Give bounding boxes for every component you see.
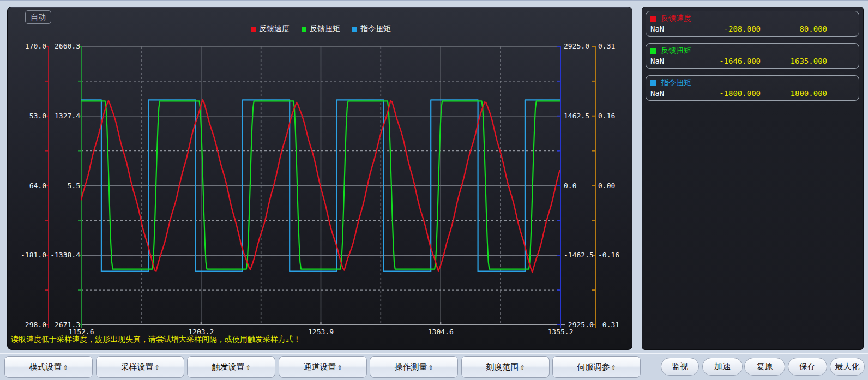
y-axis-tick-label-feedback_torque: 2660.3	[47, 41, 80, 51]
monitor-button[interactable]: 监视	[661, 358, 699, 376]
channel-values-row: NaN -1800.000 1800.000	[646, 88, 859, 98]
auto-button[interactable]: 自动	[25, 10, 51, 24]
y-axis-tick-label-command_torque: 1462.5	[564, 111, 602, 121]
legend-swatch-blue	[352, 27, 357, 32]
save-button[interactable]: 保存	[788, 358, 827, 376]
toolbar-button-channel-settings[interactable]: 通道设置⇧	[279, 356, 367, 378]
channel-min-value: -208.000	[698, 25, 761, 33]
chart-panel: 自动 反馈速度 反馈扭矩 指令扭矩 170.053.0-64.0-181.0-2…	[7, 7, 632, 350]
y-axis-tick-label-feedback_torque: 1327.4	[47, 111, 80, 121]
y-axis-tick-label-speed: -64.0	[13, 181, 46, 191]
channel-max-value: 1800.000	[761, 89, 827, 98]
legend-item-command-torque: 指令扭矩	[352, 24, 391, 34]
toolbar-button-sampling-settings[interactable]: 采样设置⇧	[96, 356, 184, 378]
channel-title-row: 反馈扭矩	[646, 44, 859, 56]
channel-max-value: 80.000	[761, 25, 827, 33]
dropup-arrow-icon: ⇧	[245, 364, 250, 371]
channel-box-feedback-torque: 反馈扭矩 NaN -1646.000 1635.000	[646, 43, 859, 69]
channel-current-value: NaN	[650, 25, 698, 33]
app-window: 自动 反馈速度 反馈扭矩 指令扭矩 170.053.0-64.0-181.0-2…	[0, 0, 868, 380]
legend-swatch-green	[302, 27, 306, 32]
legend-label: 指令扭矩	[360, 24, 391, 34]
channel-title-row: 反馈速度	[646, 11, 859, 23]
restore-button[interactable]: 复原	[744, 358, 785, 376]
sampling-warning-text: 读取速度低于采样速度，波形出现失真，请尝试增大采样间隔，或使用触发采样方式！	[11, 335, 301, 345]
toolbar-button-servo-tuning[interactable]: 伺服调参⇧	[552, 356, 641, 378]
toolbar-button-mode-settings[interactable]: 模式设置⇧	[4, 356, 93, 378]
channel-title-row: 指令扭矩	[646, 76, 859, 88]
legend-swatch-red	[251, 27, 256, 32]
channel-values-row: NaN -208.000 80.000	[646, 23, 859, 33]
y-axis-tick-label-speed: -298.0	[13, 320, 46, 330]
y-axis-tick-label-speed: 170.0	[13, 41, 46, 51]
dropup-arrow-icon: ⇧	[428, 364, 433, 371]
legend-item-feedback-torque: 反馈扭矩	[302, 24, 340, 34]
y-axis-tick-label-speed: 53.0	[13, 111, 46, 121]
channel-min-value: -1646.000	[698, 57, 761, 65]
dropup-arrow-icon: ⇧	[520, 364, 525, 371]
y-axis-tick-label-command_torque: 2925.0	[564, 41, 602, 51]
y-axis-tick-label-ratio: 0.16	[598, 111, 631, 121]
waveform-chart	[8, 7, 632, 349]
y-axis-tick-label-ratio: -0.16	[598, 250, 631, 260]
toolbar-button-operation-measure[interactable]: 操作测量⇧	[370, 356, 458, 378]
dropup-arrow-icon: ⇧	[154, 364, 159, 371]
channel-min-value: -1800.000	[698, 89, 761, 98]
y-axis-tick-label-speed: -181.0	[13, 250, 46, 260]
dropup-arrow-icon: ⇧	[337, 364, 342, 371]
toolbar-button-trigger-settings[interactable]: 触发设置⇧	[187, 356, 275, 378]
x-axis-tick-label: 1304.6	[419, 327, 462, 337]
channel-label: 反馈扭矩	[661, 46, 691, 56]
legend-label: 反馈速度	[259, 24, 290, 34]
channel-info-panel: 反馈速度 NaN -208.000 80.000 反馈扭矩 NaN -1646.…	[642, 7, 864, 350]
maximize-button[interactable]: 最大化	[830, 358, 865, 376]
y-axis-tick-label-command_torque: -1462.5	[564, 250, 602, 260]
y-axis-tick-label-ratio: 0.00	[598, 181, 631, 191]
channel-values-row: NaN -1646.000 1635.000	[646, 56, 859, 65]
y-axis-tick-label-ratio: -0.31	[598, 320, 631, 330]
y-axis-tick-label-ratio: 0.31	[598, 41, 631, 51]
chart-legend: 反馈速度 反馈扭矩 指令扭矩	[81, 24, 560, 34]
channel-current-value: NaN	[650, 89, 698, 98]
dropup-arrow-icon: ⇧	[611, 364, 616, 371]
series-feedback_torque	[80, 101, 563, 269]
channel-max-value: 1635.000	[761, 57, 827, 65]
channel-box-feedback-speed: 反馈速度 NaN -208.000 80.000	[646, 11, 859, 37]
y-axis-tick-label-feedback_torque: -1338.4	[47, 250, 80, 260]
channel-box-command-torque: 指令扭矩 NaN -1800.000 1800.000	[646, 75, 859, 101]
x-axis-tick-label: 1355.2	[539, 327, 582, 337]
y-axis-tick-label-command_torque: 0.0	[564, 181, 602, 191]
x-axis-tick-label: 1253.9	[299, 327, 343, 337]
legend-label: 反馈扭矩	[310, 24, 340, 34]
channel-label: 反馈速度	[661, 14, 691, 23]
toolbar-divider	[0, 353, 868, 354]
dropup-arrow-icon: ⇧	[63, 364, 68, 371]
toolbar-button-scale-range[interactable]: 刻度范围⇧	[461, 356, 550, 378]
channel-label: 指令扭矩	[661, 78, 691, 88]
channel-swatch-red	[650, 16, 656, 22]
y-axis-tick-label-feedback_torque: -5.5	[47, 181, 80, 191]
accelerate-button[interactable]: 加速	[702, 358, 743, 376]
legend-item-feedback-speed: 反馈速度	[251, 24, 290, 34]
channel-swatch-blue	[650, 80, 656, 86]
channel-swatch-green	[650, 48, 656, 54]
channel-current-value: NaN	[650, 57, 698, 65]
